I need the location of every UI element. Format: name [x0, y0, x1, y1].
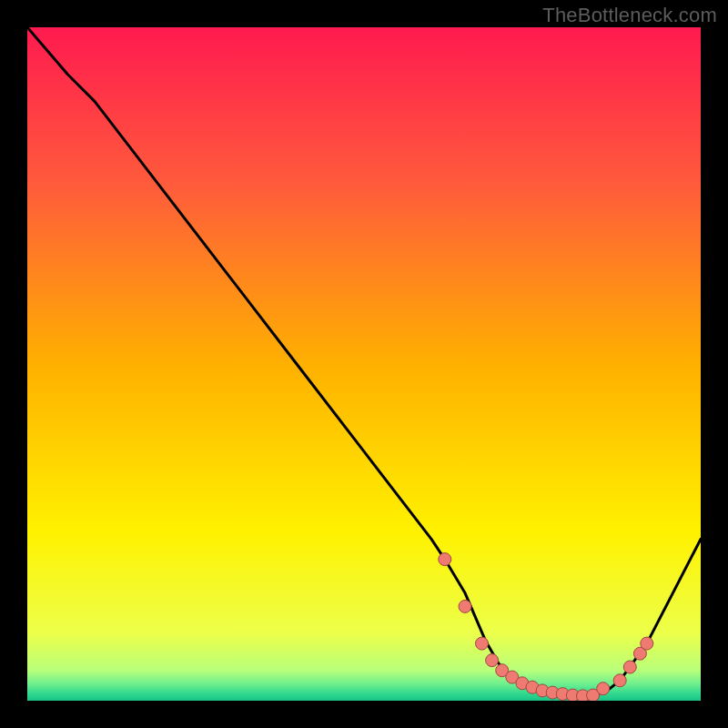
- curve-marker: [486, 654, 499, 667]
- plot-area: [27, 27, 701, 701]
- curve-marker: [439, 553, 451, 566]
- curve-marker: [623, 661, 636, 673]
- watermark-text: TheBottleneck.com: [542, 4, 717, 27]
- curve-marker: [597, 682, 610, 695]
- curve-marker: [459, 600, 471, 612]
- curve-marker: [613, 674, 626, 687]
- bottleneck-curve: [27, 27, 701, 696]
- curve-marker: [476, 637, 489, 650]
- chart-container: TheBottleneck.com: [0, 0, 728, 728]
- curve-markers: [439, 553, 653, 701]
- curve-marker: [641, 637, 653, 650]
- curve-layer: [27, 27, 701, 701]
